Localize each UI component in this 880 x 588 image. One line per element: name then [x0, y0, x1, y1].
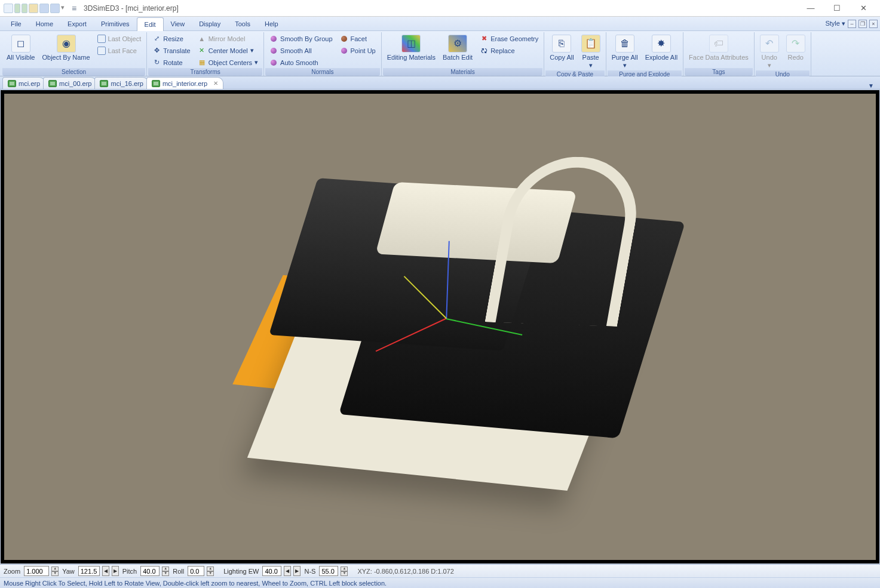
batch-edit-button[interactable]: ⚙ Batch Edit [440, 33, 476, 63]
paste-button[interactable]: 📋 Paste▾ [578, 33, 603, 70]
roll-spinner[interactable]: ▲▼ [207, 567, 214, 576]
ribbon: ◻ All Visible ◉ Object By Name Last Obje… [0, 31, 880, 76]
file-icon [8, 80, 16, 87]
menu-edit[interactable]: Edit [137, 17, 164, 31]
object-name-icon: ◉ [57, 35, 76, 53]
window-title: 3DSimED3 - [mci_interior.erp] [84, 4, 179, 13]
materials-icon: ◫ [401, 35, 421, 53]
undo-button[interactable]: ↶ Undo ▾ [757, 33, 782, 70]
menu-view[interactable]: View [164, 17, 192, 30]
smooth-by-group-button[interactable]: Smooth By Group [266, 33, 335, 44]
ribbon-group-selection: ◻ All Visible ◉ Object By Name Last Obje… [1, 32, 147, 76]
menu-primitives[interactable]: Primitives [94, 17, 137, 30]
mdi-close-icon[interactable]: × [869, 20, 878, 28]
rotate-button[interactable]: ↻Rotate [149, 57, 193, 68]
mdi-minimize-icon[interactable]: – [848, 20, 856, 28]
last-face-button[interactable]: Last Face [94, 45, 145, 56]
file-icon [48, 80, 57, 87]
qat-fwd-icon[interactable] [22, 4, 27, 13]
menu-tools[interactable]: Tools [228, 17, 257, 30]
coords-readout: XYZ: -0.860,0.612,0.186 D:1.072 [357, 568, 453, 575]
purge-all-button[interactable]: 🗑 Purge All▾ [609, 33, 641, 70]
style-dropdown[interactable]: Style ▾ [825, 20, 845, 27]
ball-icon [269, 47, 278, 55]
ball-icon [269, 35, 278, 43]
center-model-button[interactable]: ✕Center Model ▾ [195, 45, 261, 56]
yaw-right-icon[interactable]: ▶ [112, 566, 119, 576]
menu-export[interactable]: Export [60, 17, 94, 30]
facet-button[interactable]: Facet [337, 33, 379, 44]
paste-icon: 📋 [581, 35, 600, 53]
ribbon-group-transforms: ⤢Resize ✥Translate ↻Rotate ▲Mirror Model… [147, 32, 264, 76]
smooth-all-button[interactable]: Smooth All [266, 45, 335, 56]
lighting-input[interactable] [262, 566, 281, 576]
ribbon-group-materials: ◫ Editing Materials ⚙ Batch Edit ✖Erase … [382, 32, 545, 76]
copy-all-button[interactable]: ⎘ Copy All [547, 33, 577, 63]
viewport-3d[interactable] [1, 90, 879, 564]
auto-smooth-button[interactable]: Auto Smooth [266, 57, 335, 68]
tab-mci-00[interactable]: mci_00.erp [43, 77, 97, 89]
erase-geometry-button[interactable]: ✖Erase Geometry [477, 33, 541, 44]
explode-icon: ✸ [652, 35, 671, 53]
tab-mci[interactable]: mci.erp [2, 77, 45, 89]
tab-mci-interior[interactable]: mci_interior.erp✕ [146, 77, 223, 89]
lighting-right-icon[interactable]: ▶ [293, 566, 301, 576]
qat-new-icon[interactable] [4, 4, 13, 13]
dashed-square-icon: ◻ [11, 35, 30, 53]
group-label-normals: Normals [265, 68, 380, 76]
minimize-button[interactable]: — [798, 0, 824, 17]
mirror-model-button[interactable]: ▲Mirror Model [195, 33, 261, 44]
menu-home[interactable]: Home [29, 17, 60, 30]
resize-button[interactable]: ⤢Resize [149, 33, 193, 44]
explode-all-button[interactable]: ✸ Explode All [642, 33, 680, 63]
point-up-button[interactable]: Point Up [337, 45, 379, 56]
zoom-spinner[interactable]: ▲▼ [51, 567, 59, 576]
qat-open-icon[interactable] [29, 4, 38, 13]
translate-button[interactable]: ✥Translate [149, 45, 193, 56]
maximize-button[interactable]: ☐ [824, 0, 850, 17]
editing-materials-button[interactable]: ◫ Editing Materials [384, 33, 439, 63]
qat-back-icon[interactable] [14, 4, 20, 13]
redo-icon: ↷ [786, 35, 805, 53]
tab-mci-16[interactable]: mci_16.erp [94, 77, 148, 89]
all-visible-button[interactable]: ◻ All Visible [4, 33, 38, 63]
object-by-name-button[interactable]: ◉ Object By Name [39, 33, 93, 63]
pitch-spinner[interactable]: ▲▼ [162, 567, 169, 576]
pitch-input[interactable] [140, 566, 160, 576]
yaw-input[interactable] [78, 566, 100, 576]
mdi-restore-icon[interactable]: ❐ [858, 20, 867, 28]
tab-close-icon[interactable]: ✕ [213, 80, 218, 87]
qat-dropdown-icon[interactable]: ▾ [61, 4, 66, 13]
ns-input[interactable] [319, 566, 338, 576]
qat-save-icon[interactable] [39, 4, 49, 13]
object-centers-button[interactable]: ▦Object Centers ▾ [195, 57, 261, 68]
copy-icon: ⎘ [552, 35, 571, 53]
redo-button[interactable]: ↷ Redo [783, 33, 808, 63]
file-icon [100, 80, 108, 87]
yaw-left-icon[interactable]: ◀ [102, 566, 109, 576]
lighting-left-icon[interactable]: ◀ [284, 566, 291, 576]
qat-saveall-icon[interactable] [50, 4, 60, 13]
ns-spinner[interactable]: ▲▼ [341, 567, 348, 576]
menu-help[interactable]: Help [257, 17, 286, 30]
last-object-button[interactable]: Last Object [94, 33, 145, 44]
ribbon-group-normals: Smooth By Group Smooth All Auto Smooth F… [264, 32, 382, 76]
undo-icon: ↶ [760, 35, 779, 53]
group-label-transforms: Transforms [148, 68, 262, 76]
close-button[interactable]: ✕ [850, 0, 876, 17]
model-placeholder [249, 163, 631, 461]
window-controls: — ☐ ✕ [798, 0, 876, 17]
menu-file[interactable]: File [4, 17, 29, 30]
status-bar: Mouse Right Click To Select, Hold Left t… [0, 577, 880, 588]
menu-display[interactable]: Display [192, 17, 228, 30]
replace-button[interactable]: 🗘Replace [477, 45, 541, 56]
tabbar-dropdown-icon[interactable]: ▼ [864, 82, 878, 89]
face-data-attributes-button[interactable]: 🏷 Face Data Attributes [686, 33, 752, 63]
ball-icon [340, 47, 348, 55]
roll-input[interactable] [188, 566, 204, 576]
purge-icon: 🗑 [615, 35, 634, 53]
zoom-input[interactable] [24, 566, 49, 576]
last-object-icon [97, 35, 106, 43]
ribbon-group-tags: 🏷 Face Data Attributes Tags [683, 32, 755, 76]
titlebar: ▾ ≡ 3DSimED3 - [mci_interior.erp] — ☐ ✕ [0, 0, 880, 17]
